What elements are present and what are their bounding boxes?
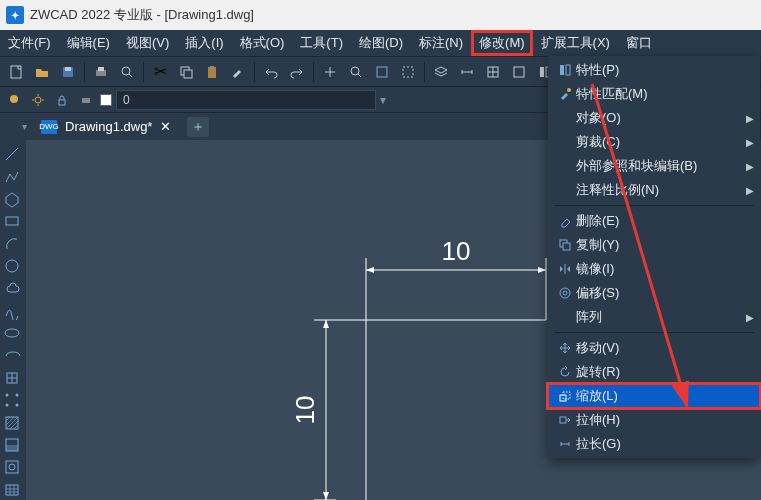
- block-tool-icon[interactable]: [0, 368, 24, 388]
- menu-item-label: 拉伸(H): [576, 411, 754, 429]
- gradient-tool-icon[interactable]: [0, 435, 24, 455]
- tb-table-icon[interactable]: [481, 60, 505, 84]
- menu-item-sub[interactable]: 对象(O)▶: [548, 106, 760, 130]
- tb-new-icon[interactable]: [4, 60, 28, 84]
- menu-item-match[interactable]: 特性匹配(M): [548, 82, 760, 106]
- menu-item-sub[interactable]: 外部参照和块编辑(B)▶: [548, 154, 760, 178]
- tb-zoomall-icon[interactable]: [370, 60, 394, 84]
- layer-name-input[interactable]: [116, 90, 376, 110]
- menu-item[interactable]: 格式(O): [232, 30, 293, 56]
- menu-item-label: 偏移(S): [576, 284, 754, 302]
- submenu-arrow-icon: ▶: [746, 161, 754, 172]
- menu-item-offset[interactable]: 偏移(S): [548, 281, 760, 305]
- tb-layer-icon[interactable]: [429, 60, 453, 84]
- tb-print-icon[interactable]: [89, 60, 113, 84]
- menu-item-props[interactable]: 特性(P): [548, 58, 760, 82]
- spline-tool-icon[interactable]: [0, 301, 24, 321]
- tb-open-icon[interactable]: [30, 60, 54, 84]
- stretch-icon: [554, 413, 576, 427]
- tb-zoom-icon[interactable]: [344, 60, 368, 84]
- tb-pan-icon[interactable]: [318, 60, 342, 84]
- menu-item-copy[interactable]: 复制(Y): [548, 233, 760, 257]
- region-tool-icon[interactable]: [0, 457, 24, 477]
- menu-item-move[interactable]: 移动(V): [548, 336, 760, 360]
- layer-print-icon[interactable]: [76, 90, 96, 110]
- dim-v-text: 10: [290, 396, 320, 425]
- menu-item[interactable]: 扩展工具(X): [533, 30, 618, 56]
- tb-block-icon[interactable]: [507, 60, 531, 84]
- menu-item-label: 对象(O): [576, 109, 746, 127]
- menu-item[interactable]: 修改(M): [471, 30, 533, 56]
- add-tab-button[interactable]: ＋: [187, 117, 209, 137]
- menu-item-label: 缩放(L): [576, 387, 754, 405]
- svg-point-32: [16, 404, 19, 407]
- layer-lock-icon[interactable]: [52, 90, 72, 110]
- menu-item[interactable]: 绘图(D): [351, 30, 411, 56]
- revcloud-tool-icon[interactable]: [0, 278, 24, 298]
- pline-tool-icon[interactable]: [0, 166, 24, 186]
- tb-matchprop-icon[interactable]: [226, 60, 250, 84]
- table-tool-icon[interactable]: [0, 480, 24, 500]
- point-tool-icon[interactable]: [0, 390, 24, 410]
- tb-copy-icon[interactable]: [174, 60, 198, 84]
- close-tab-icon[interactable]: ✕: [160, 119, 171, 134]
- svg-point-44: [560, 288, 570, 298]
- menu-item-sub[interactable]: 注释性比例(N)▶: [548, 178, 760, 202]
- tb-cut-icon[interactable]: ✂: [148, 60, 172, 84]
- tb-undo-icon[interactable]: [259, 60, 283, 84]
- offset-icon: [554, 286, 576, 300]
- polygon-tool-icon[interactable]: [0, 189, 24, 209]
- menu-item-rotate[interactable]: 旋转(R): [548, 360, 760, 384]
- svg-point-31: [6, 404, 9, 407]
- menu-item[interactable]: 窗口: [618, 30, 660, 56]
- menu-item-label: 外部参照和块编辑(B): [576, 157, 746, 175]
- menu-item[interactable]: 插入(I): [177, 30, 231, 56]
- menu-item[interactable]: 工具(T): [292, 30, 351, 56]
- line-tool-icon[interactable]: [0, 144, 24, 164]
- file-tab[interactable]: DWG Drawing1.dwg* ✕: [31, 115, 181, 138]
- menu-item-sub[interactable]: 剪裁(C)▶: [548, 130, 760, 154]
- rect-tool-icon[interactable]: [0, 211, 24, 231]
- menu-item[interactable]: 标注(N): [411, 30, 471, 56]
- arc-tool-icon[interactable]: [0, 234, 24, 254]
- menu-separator: [554, 205, 754, 206]
- menu-item-label: 特性匹配(M): [576, 85, 754, 103]
- scale-icon: [554, 389, 576, 403]
- menu-item-label: 剪裁(C): [576, 133, 746, 151]
- menu-item-scale[interactable]: 缩放(L): [548, 384, 760, 408]
- svg-rect-12: [403, 67, 413, 77]
- ellipsearc-tool-icon[interactable]: [0, 345, 24, 365]
- ellipse-tool-icon[interactable]: [0, 323, 24, 343]
- tb-save-icon[interactable]: [56, 60, 80, 84]
- svg-rect-25: [6, 217, 18, 225]
- menu-item-label: 旋转(R): [576, 363, 754, 381]
- svg-point-5: [122, 67, 130, 75]
- svg-rect-21: [59, 100, 65, 105]
- svg-rect-36: [6, 461, 18, 473]
- svg-point-20: [35, 97, 41, 103]
- menu-item-label: 阵列: [576, 308, 746, 326]
- separator: [254, 62, 255, 82]
- tb-preview-icon[interactable]: [115, 60, 139, 84]
- tb-zoomwin-icon[interactable]: [396, 60, 420, 84]
- menu-item[interactable]: 文件(F): [0, 30, 59, 56]
- tab-prev-icon[interactable]: ▾: [18, 121, 31, 132]
- menu-item[interactable]: 编辑(E): [59, 30, 118, 56]
- layer-bulb-icon[interactable]: [4, 90, 24, 110]
- layer-color-swatch[interactable]: [100, 94, 112, 106]
- submenu-arrow-icon: ▶: [746, 113, 754, 124]
- rotate-icon: [554, 365, 576, 379]
- tb-paste-icon[interactable]: [200, 60, 224, 84]
- menu-item-stretch[interactable]: 拉伸(H): [548, 408, 760, 432]
- menu-item-sub[interactable]: 阵列▶: [548, 305, 760, 329]
- menu-item[interactable]: 视图(V): [118, 30, 177, 56]
- menu-item-mirror[interactable]: 镜像(I): [548, 257, 760, 281]
- hatch-tool-icon[interactable]: [0, 413, 24, 433]
- menu-item-erase[interactable]: 删除(E): [548, 209, 760, 233]
- layer-sun-icon[interactable]: [28, 90, 48, 110]
- svg-rect-15: [540, 67, 544, 77]
- menu-item-lengthen[interactable]: 拉长(G): [548, 432, 760, 456]
- tb-redo-icon[interactable]: [285, 60, 309, 84]
- tb-dim-icon[interactable]: [455, 60, 479, 84]
- circle-tool-icon[interactable]: [0, 256, 24, 276]
